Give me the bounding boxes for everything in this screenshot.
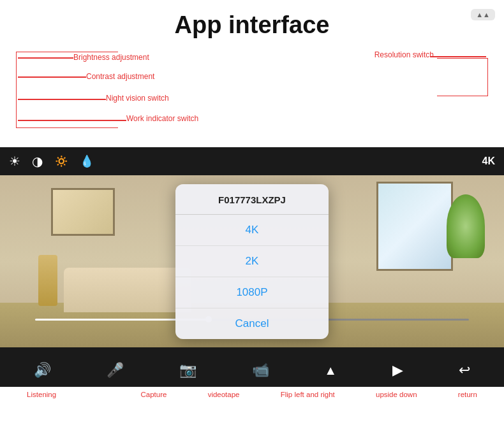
contrast-icon[interactable]: ◑: [32, 154, 43, 169]
dialog-option-4k[interactable]: 4K: [175, 215, 329, 246]
dialog-option-1080p[interactable]: 1080P: [175, 277, 329, 308]
wifi-icon: ▲▲: [476, 11, 490, 18]
volume-icon: 🔊: [34, 363, 51, 377]
flip-icon: ▲: [324, 364, 337, 377]
upside-down-label: upside down: [376, 391, 417, 398]
brightness-icon[interactable]: ☀: [9, 154, 20, 169]
camera-toolbar-top: ☀ ◑ 🔅 💧 4K: [0, 147, 504, 175]
listening-label: Listening: [27, 391, 56, 398]
flip-button[interactable]: ▲: [324, 364, 337, 377]
bottom-labels-row: Listening - Capture videotape Flip left …: [0, 387, 504, 401]
camera-toolbar-bottom: 🔊 🎤 📷 📹 ▲ ▶ ↩: [0, 354, 504, 387]
return-button[interactable]: ↩: [459, 363, 470, 377]
annotation-area: Brightness adjustment Contrast adjustmen…: [0, 45, 504, 147]
capture-label: Capture: [140, 391, 167, 398]
dialog-cancel-button[interactable]: Cancel: [175, 308, 329, 339]
night-line: [18, 99, 106, 100]
capture-button[interactable]: 🎤: [107, 363, 124, 377]
mic-icon: 🎤: [107, 363, 124, 377]
page-title: App interface: [0, 0, 504, 45]
night-vision-label: Night vision switch: [106, 94, 169, 103]
wifi-indicator: ▲▲: [471, 9, 495, 20]
return-label: return: [458, 391, 477, 398]
bulb-icon[interactable]: 💧: [80, 154, 94, 168]
photo-capture-button[interactable]: 📷: [179, 363, 196, 377]
spacer1: -: [97, 391, 100, 398]
dialog-overlay: F017773LXZPJ 4K 2K 1080P Cancel: [0, 175, 504, 347]
resolution-display[interactable]: 4K: [482, 156, 495, 167]
right-bracket: [437, 58, 488, 96]
upside-down-icon: ▶: [392, 363, 403, 377]
dialog-option-2k[interactable]: 2K: [175, 246, 329, 277]
night-icon[interactable]: 🔅: [54, 154, 68, 168]
camera-icons-left: ☀ ◑ 🔅 💧: [9, 154, 94, 169]
video-icon: 📹: [252, 363, 269, 377]
videotape-button[interactable]: 📹: [252, 363, 269, 377]
work-line: [18, 120, 126, 121]
camera-icon: 📷: [179, 363, 196, 377]
contrast-label: Contrast adjustment: [86, 72, 154, 81]
contrast-line: [18, 76, 86, 78]
left-bracket: [16, 52, 118, 128]
brightness-line: [18, 57, 73, 59]
dialog-title: F017773LXZPJ: [175, 184, 329, 215]
listening-button[interactable]: 🔊: [34, 363, 51, 377]
work-indicator-label: Work indicator switch: [126, 114, 198, 123]
upside-down-button[interactable]: ▶: [392, 363, 403, 377]
resolution-dialog: F017773LXZPJ 4K 2K 1080P Cancel: [175, 184, 329, 339]
flip-label: Flip left and right: [281, 391, 335, 398]
videotape-label: videotape: [208, 391, 240, 398]
camera-view: F017773LXZPJ 4K 2K 1080P Cancel: [0, 175, 504, 347]
resolution-label: Resolution switch: [374, 50, 434, 59]
return-icon: ↩: [459, 363, 470, 377]
brightness-label: Brightness adjustment: [73, 53, 149, 62]
resolution-line: [430, 56, 486, 57]
